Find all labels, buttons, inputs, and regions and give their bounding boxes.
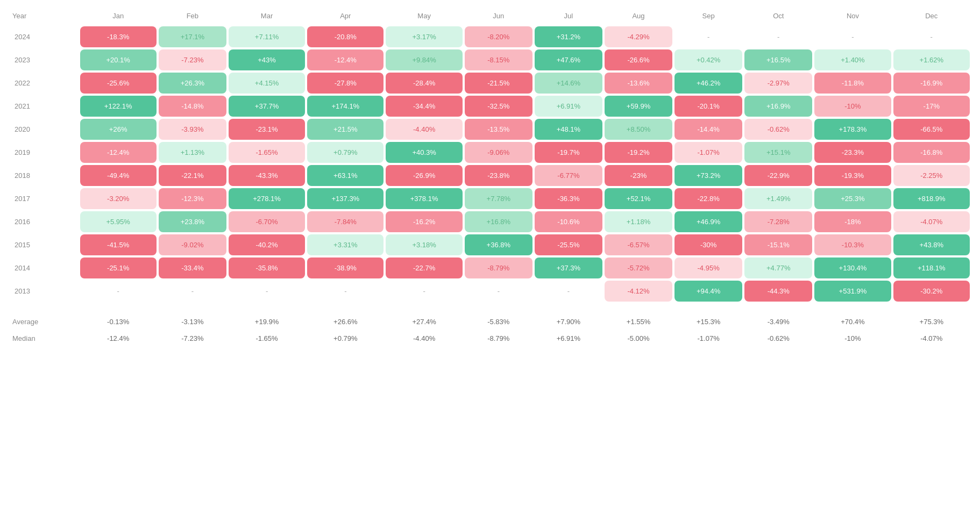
- value-cell: -36.3%: [535, 188, 602, 209]
- cell-value: +43.8%: [893, 234, 970, 255]
- cell-value: -10.3%: [814, 234, 891, 255]
- value-cell: -40.2%: [229, 234, 305, 255]
- value-cell: -: [535, 281, 602, 302]
- average-cell: +1.55%: [605, 314, 672, 329]
- cell-value: -15.1%: [744, 234, 812, 255]
- value-cell: +47.6%: [535, 49, 602, 70]
- value-cell: -: [307, 281, 384, 302]
- average-cell: -0.13%: [80, 314, 157, 329]
- value-cell: -19.7%: [535, 142, 602, 163]
- year-cell: 2013: [10, 281, 78, 302]
- oct-header: Oct: [744, 8, 812, 24]
- cell-value: +3.18%: [386, 234, 462, 255]
- value-cell: -6.77%: [535, 165, 602, 186]
- cell-value: +178.3%: [814, 119, 891, 140]
- median-cell: -10%: [814, 331, 891, 346]
- value-cell: -35.8%: [229, 257, 305, 278]
- value-cell: +3.18%: [386, 234, 462, 255]
- value-cell: +16.9%: [744, 96, 812, 117]
- value-cell: -13.5%: [465, 119, 532, 140]
- value-cell: -16.8%: [893, 142, 970, 163]
- cell-value: +40.3%: [386, 142, 462, 163]
- value-cell: -8.79%: [465, 257, 532, 278]
- value-cell: -: [744, 26, 812, 47]
- cell-value: +9.84%: [386, 49, 462, 70]
- cell-value: -26.9%: [386, 165, 462, 186]
- main-container: Year Jan Feb Mar Apr May Jun Jul Aug Sep…: [0, 0, 980, 353]
- value-cell: -30%: [674, 234, 742, 255]
- cell-value: -23.3%: [814, 142, 891, 163]
- value-cell: -5.72%: [605, 257, 672, 278]
- value-cell: +118.1%: [893, 257, 970, 278]
- value-cell: -25.1%: [80, 257, 157, 278]
- cell-value: -17%: [893, 96, 970, 117]
- cell-value: +14.6%: [535, 73, 602, 94]
- value-cell: -22.9%: [744, 165, 812, 186]
- value-cell: -19.2%: [605, 142, 672, 163]
- average-cell: +75.3%: [893, 314, 970, 329]
- cell-value: +21.5%: [307, 119, 384, 140]
- average-cell: +7.90%: [535, 314, 602, 329]
- cell-value: -9.02%: [159, 234, 226, 255]
- value-cell: -9.06%: [465, 142, 532, 163]
- value-cell: -12.3%: [159, 188, 226, 209]
- cell-value: -4.07%: [893, 211, 970, 232]
- may-header: May: [386, 8, 462, 24]
- cell-value: -28.4%: [386, 73, 462, 94]
- cell-value: -: [674, 26, 742, 47]
- value-cell: +3.17%: [386, 26, 462, 47]
- median-cell: -1.65%: [229, 331, 305, 346]
- value-cell: -33.4%: [159, 257, 226, 278]
- value-cell: -0.62%: [744, 119, 812, 140]
- cell-value: +59.9%: [605, 96, 672, 117]
- cell-value: +7.11%: [229, 26, 305, 47]
- cell-value: -9.06%: [465, 142, 532, 163]
- cell-value: -5.72%: [605, 257, 672, 278]
- cell-value: -16.8%: [893, 142, 970, 163]
- value-cell: -4.40%: [386, 119, 462, 140]
- year-cell: 2021: [10, 96, 78, 117]
- cell-value: -19.2%: [605, 142, 672, 163]
- cell-value: +1.62%: [893, 49, 970, 70]
- cell-value: -32.5%: [465, 96, 532, 117]
- cell-value: -10.6%: [535, 211, 602, 232]
- cell-value: -: [744, 26, 812, 47]
- cell-value: -36.3%: [535, 188, 602, 209]
- cell-value: -14.4%: [674, 119, 742, 140]
- cell-value: +46.9%: [674, 211, 742, 232]
- average-cell: +15.3%: [674, 314, 742, 329]
- cell-value: +0.42%: [674, 49, 742, 70]
- year-cell: 2014: [10, 257, 78, 278]
- cell-value: +17.1%: [159, 26, 226, 47]
- average-cell: +26.6%: [307, 314, 384, 329]
- value-cell: +17.1%: [159, 26, 226, 47]
- value-cell: -18%: [814, 211, 891, 232]
- value-cell: -3.93%: [159, 119, 226, 140]
- cell-value: +1.13%: [159, 142, 226, 163]
- cell-value: -6.57%: [605, 234, 672, 255]
- cell-value: -33.4%: [159, 257, 226, 278]
- value-cell: +137.3%: [307, 188, 384, 209]
- value-cell: +73.2%: [674, 165, 742, 186]
- median-cell: -5.00%: [605, 331, 672, 346]
- value-cell: -41.5%: [80, 234, 157, 255]
- cell-value: +1.49%: [744, 188, 812, 209]
- value-cell: +20.1%: [80, 49, 157, 70]
- cell-value: -10%: [814, 96, 891, 117]
- value-cell: -19.3%: [814, 165, 891, 186]
- value-cell: +531.9%: [814, 281, 891, 302]
- cell-value: -8.15%: [465, 49, 532, 70]
- value-cell: +178.3%: [814, 119, 891, 140]
- cell-value: +6.91%: [535, 96, 602, 117]
- value-cell: -: [893, 26, 970, 47]
- cell-value: +4.77%: [744, 257, 812, 278]
- value-cell: -8.20%: [465, 26, 532, 47]
- value-cell: +37.3%: [535, 257, 602, 278]
- median-label: Median: [10, 331, 78, 346]
- value-cell: -7.84%: [307, 211, 384, 232]
- cell-value: +20.1%: [80, 49, 157, 70]
- value-cell: -23%: [605, 165, 672, 186]
- average-cell: +27.4%: [386, 314, 462, 329]
- data-row: 2020+26%-3.93%-23.1%+21.5%-4.40%-13.5%+4…: [10, 119, 970, 140]
- value-cell: -: [386, 281, 462, 302]
